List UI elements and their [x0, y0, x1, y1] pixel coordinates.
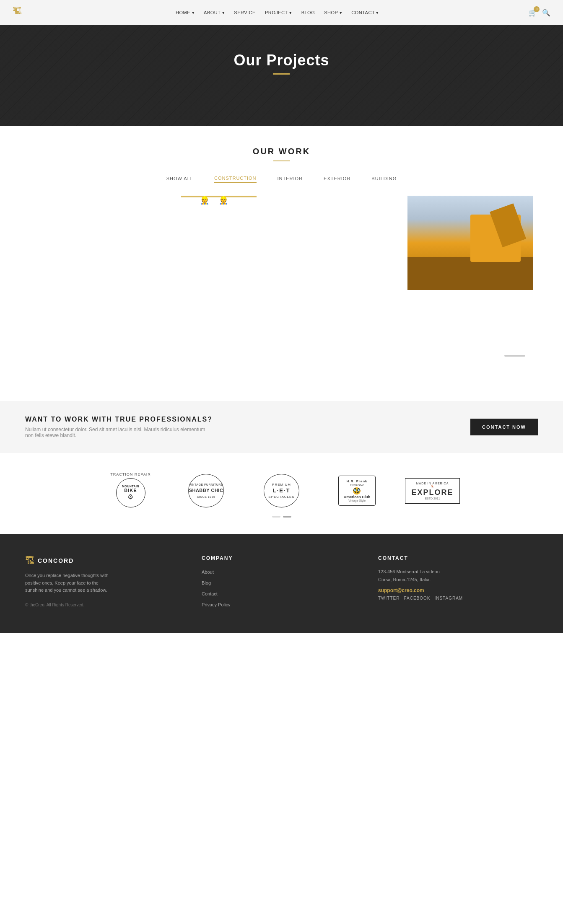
footer-company-title: Company [202, 555, 361, 561]
grid-item-1[interactable] [30, 196, 156, 290]
nav-blog[interactable]: BLOG [301, 10, 315, 15]
site-footer: 🏗 CONCORD Once you replace negative thou… [0, 534, 563, 633]
partner-mountainbike: TRACTION REPAIR MOUNTAIN BIKE ⚙ [106, 474, 156, 507]
footer-link-contact[interactable]: Contact [202, 591, 218, 596]
filter-interior[interactable]: INTERIOR [278, 174, 303, 183]
hero-content: Our Projects [234, 52, 329, 75]
grid-item-4[interactable] [407, 196, 533, 290]
footer-link-about[interactable]: About [202, 569, 214, 575]
footer-company-col: Company About Blog Contact Privacy Polic… [202, 555, 361, 608]
grid-item-3[interactable] [282, 196, 407, 290]
footer-copyright: © theCreo. All Rights Reserved. [25, 603, 185, 607]
nav-about[interactable]: ABOUT ▾ [204, 10, 225, 16]
social-facebook[interactable]: FACEBOOK [404, 596, 430, 600]
hero-underline [273, 73, 290, 75]
partner-american-club: H.R. Frank Exclusive 🥸 American Club Vin… [332, 474, 382, 507]
footer-brand: 🏗 CONCORD [25, 555, 185, 566]
main-nav: HOME ▾ ABOUT ▾ SERVICE PROJECT ▾ BLOG SH… [176, 10, 379, 16]
grid-item-5[interactable] [30, 290, 156, 384]
footer-links: About Blog Contact Privacy Policy [202, 568, 361, 608]
footer-contact-title: Contact [378, 555, 538, 561]
grid-item-2[interactable]: 👷 👷 [156, 196, 282, 290]
grid-item-7[interactable] [282, 290, 407, 384]
logo[interactable]: 🏗 [13, 6, 26, 19]
site-header: 🏗 HOME ▾ ABOUT ▾ SERVICE PROJECT ▾ BLOG … [0, 0, 563, 25]
partners-section: TRACTION REPAIR MOUNTAIN BIKE ⚙ VINTAGE … [0, 453, 563, 534]
partner-let: PREMIUM L·E·T SPECTACLES [257, 474, 307, 507]
dot-1[interactable] [272, 516, 280, 518]
filter-building[interactable]: BUILDING [371, 174, 397, 183]
cta-subtext: Nullam ut consectetur dolor. Sed sit ame… [25, 427, 214, 438]
filter-tabs: SHOW ALL CONSTRUCTION INTERIOR EXTERIOR … [25, 174, 538, 183]
nav-home[interactable]: HOME ▾ [176, 10, 195, 16]
hero-title: Our Projects [234, 52, 329, 69]
footer-tagline: Once you replace negative thoughts with … [25, 572, 117, 594]
partners-row: TRACTION REPAIR MOUNTAIN BIKE ⚙ VINTAGE … [25, 474, 538, 507]
cta-section: WANT TO WORK WITH TRUE PROFESSIONALS? Nu… [0, 401, 563, 453]
search-icon[interactable]: 🔍 [542, 9, 550, 17]
dot-2[interactable] [283, 516, 291, 518]
filter-exterior[interactable]: EXTERIOR [324, 174, 350, 183]
footer-logo-text: CONCORD [38, 557, 74, 564]
nav-project[interactable]: PROJECT ▾ [265, 10, 292, 16]
section-title: OUR WORK [25, 147, 538, 156]
filter-show-all[interactable]: SHOW ALL [166, 174, 193, 183]
footer-social: TWITTER FACEBOOK INSTAGRAM [378, 596, 538, 600]
footer-address: 123-456 Montserrat La videon Corsa, Roma… [378, 568, 538, 583]
social-twitter[interactable]: TWITTER [378, 596, 400, 600]
footer-logo-icon: 🏗 [25, 555, 34, 566]
contact-now-button[interactable]: CONTACT NOW [470, 419, 538, 435]
cart-button[interactable]: 🛒 0 [529, 9, 537, 17]
nav-icons: 🛒 0 🔍 [529, 9, 550, 17]
social-instagram[interactable]: INSTAGRAM [434, 596, 463, 600]
nav-shop[interactable]: SHOP ▾ [324, 10, 342, 16]
projects-grid: 👷 👷 [30, 196, 533, 384]
nav-service[interactable]: SERVICE [234, 10, 256, 15]
footer-brand-col: 🏗 CONCORD Once you replace negative thou… [25, 555, 185, 608]
footer-contact-col: Contact 123-456 Montserrat La videon Cor… [378, 555, 538, 608]
carousel-dots [25, 516, 538, 518]
cta-text: WANT TO WORK WITH TRUE PROFESSIONALS? Nu… [25, 416, 214, 438]
partner-shabby-chic: VINTAGE FURNITURE SHABBY CHIC SINCE 1935 [181, 474, 231, 507]
footer-grid: 🏗 CONCORD Once you replace negative thou… [25, 555, 538, 621]
partner-explore: MADE IN AMERICA 🦌 EXPLORE ESTD 2011 [407, 474, 458, 507]
grid-item-6[interactable] [156, 290, 282, 384]
footer-email[interactable]: support@creo.com [378, 588, 538, 593]
filter-construction[interactable]: CONSTRUCTION [214, 174, 257, 183]
nav-contact[interactable]: CONTACT ▾ [351, 10, 379, 16]
cart-count: 0 [534, 6, 540, 12]
excavator-image [407, 196, 533, 290]
grid-item-8[interactable] [407, 290, 533, 384]
footer-link-privacy[interactable]: Privacy Policy [202, 602, 230, 607]
section-underline [273, 160, 290, 161]
our-work-section: OUR WORK SHOW ALL CONSTRUCTION INTERIOR … [0, 126, 563, 401]
logo-icon: 🏗 [13, 6, 26, 19]
cta-heading: WANT TO WORK WITH TRUE PROFESSIONALS? [25, 416, 214, 423]
footer-link-blog[interactable]: Blog [202, 580, 211, 585]
